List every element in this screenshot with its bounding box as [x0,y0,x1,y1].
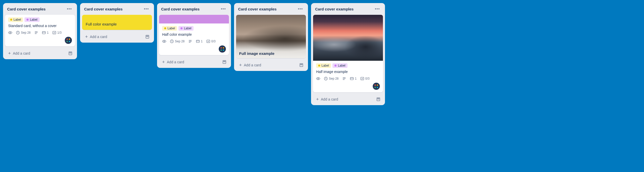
add-card-button[interactable]: +Add a card [238,62,298,68]
plus-icon: + [85,34,88,39]
due-badge: Sep 28 [324,77,339,81]
list-menu-button[interactable]: ••• [143,6,150,12]
svg-rect-33 [378,98,379,99]
card-label[interactable]: Label [8,17,23,22]
card-template-button[interactable] [144,34,150,40]
add-card-button[interactable]: +Add a card [315,96,375,103]
card-labels: LabelLabel [159,23,229,31]
checklist-badge: 1/3 [52,31,62,35]
card-cover-full-color: Full color example [82,15,152,30]
list: Card cover examples ••• LabelLabelHalf i… [311,3,385,105]
card-label[interactable]: Label [162,26,177,31]
card-members [5,37,75,46]
card-template-button[interactable] [67,50,73,56]
list-title[interactable]: Card cover examples [161,7,200,11]
list-title[interactable]: Card cover examples [84,7,123,11]
card-labels: LabelLabel [5,15,75,22]
card-members [159,45,229,55]
description-icon [342,77,346,81]
svg-rect-7 [53,31,56,34]
card-label[interactable]: Label [316,63,331,68]
card-template-button[interactable] [221,59,227,65]
avatar[interactable] [373,83,380,90]
card[interactable]: Full color example [82,15,152,30]
due-badge: Sep 28 [16,31,31,35]
add-card-button[interactable]: +Add a card [161,59,221,65]
list-header: Card cover examples ••• [236,5,306,13]
avatar[interactable] [65,37,72,44]
add-card-label: Add a card [13,51,30,55]
description-icon [188,39,192,43]
card-badges: Sep 2810/3 [313,77,383,83]
plus-icon: + [316,97,319,102]
card-label[interactable]: Label [332,63,347,68]
label-dot-icon [318,65,320,67]
card[interactable]: Full image example [236,15,306,58]
card[interactable]: LabelLabelHalf color exampleSep 2810/3 [159,15,229,55]
svg-point-12 [164,41,165,42]
list-menu-button[interactable]: ••• [220,6,227,12]
card-cover-half-image [313,15,383,61]
add-card-button[interactable]: +Add a card [84,33,144,40]
attachment-badge: 1 [196,39,203,43]
label-text: Label [321,64,329,67]
add-card-label: Add a card [321,97,338,101]
due-text: Sep 28 [329,77,339,80]
label-dot-icon [334,65,337,67]
label-text: Label [30,18,37,21]
avatar[interactable] [219,45,226,53]
card-title: Standard card, without a cover [5,22,75,31]
list-menu-button[interactable]: ••• [66,6,73,12]
card-labels: LabelLabel [313,61,383,68]
add-card-label: Add a card [244,63,261,67]
label-dot-icon [10,19,12,21]
label-text: Label [14,18,21,21]
due-text: Sep 28 [21,31,31,34]
label-text: Label [338,64,345,67]
watch-icon [162,39,166,43]
add-card-button[interactable]: +Add a card [7,50,67,57]
list: Card cover examples ••• Full image examp… [234,3,308,71]
checklist-count: 1/3 [57,31,62,34]
card-members [313,83,383,92]
list-footer: +Add a card [313,94,383,103]
plus-icon: + [8,51,11,56]
attachment-badge: 1 [350,77,357,81]
card[interactable]: LabelLabelStandard card, without a cover… [5,15,75,46]
list-header: Card cover examples ••• [313,5,383,13]
card-title: Half image example [313,68,383,77]
plus-icon: + [162,60,165,64]
list-footer: +Add a card [159,57,229,66]
card-title: Half color example [159,31,229,39]
card-template-button[interactable] [298,62,304,68]
add-card-label: Add a card [167,60,184,64]
list: Card cover examples ••• LabelLabelStanda… [3,3,77,59]
svg-rect-31 [361,77,364,80]
due-text: Sep 28 [175,40,185,43]
list-title[interactable]: Card cover examples [238,7,277,11]
attachment-count: 1 [201,40,203,43]
list-title[interactable]: Card cover examples [315,7,354,11]
checklist-count: 0/3 [365,77,370,80]
label-text: Label [184,27,191,30]
svg-rect-29 [350,77,353,80]
card-label[interactable]: Label [24,17,39,22]
card[interactable]: LabelLabelHalf image exampleSep 2810/3 [313,15,383,92]
card-badges: Sep 2811/3 [5,31,75,37]
add-card-label: Add a card [90,35,107,39]
label-text: Label [168,27,175,30]
list-footer: +Add a card [5,48,75,57]
label-dot-icon [164,27,166,29]
checklist-badge: 0/3 [206,39,216,43]
list-menu-button[interactable]: ••• [297,6,304,12]
card-template-button[interactable] [375,96,381,102]
description-icon [34,31,38,35]
list-title[interactable]: Card cover examples [7,7,46,11]
list-header: Card cover examples ••• [159,5,229,13]
list-menu-button[interactable]: ••• [374,6,381,12]
card-label[interactable]: Label [178,26,193,31]
list: Card cover examples ••• LabelLabelHalf c… [157,3,231,68]
svg-rect-21 [224,61,225,62]
label-dot-icon [181,27,183,29]
attachment-count: 1 [47,31,49,34]
